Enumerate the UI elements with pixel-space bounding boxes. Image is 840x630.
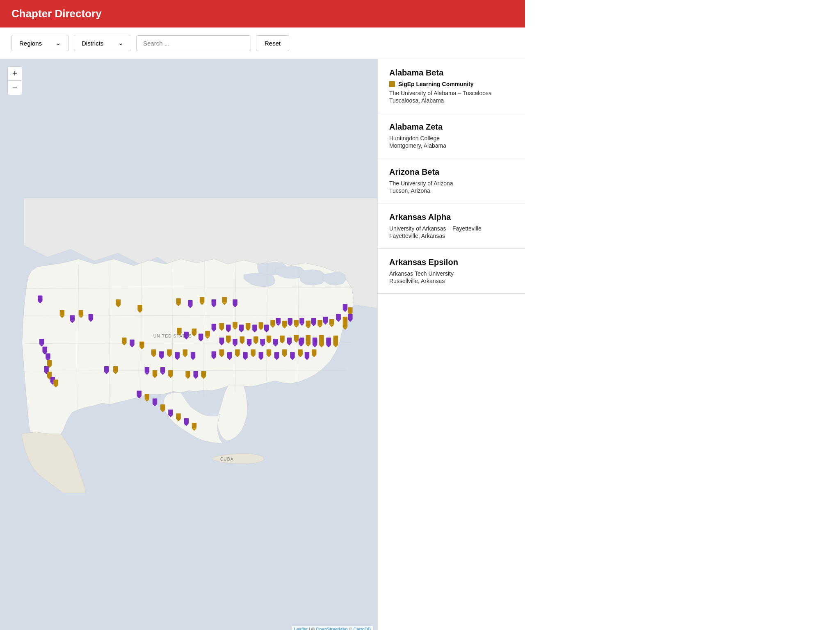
svg-rect-225 [176,298,181,304]
svg-rect-119 [273,339,278,344]
svg-rect-19 [79,310,84,315]
chapter-university: Arkansas Tech University [389,270,514,277]
svg-rect-109 [240,336,245,342]
chapter-name: Alabama Beta [389,68,514,78]
svg-rect-159 [243,352,248,358]
svg-rect-35 [44,366,49,372]
chapter-name: Alabama Zeta [389,122,514,132]
districts-dropdown[interactable]: Districts ⌄ [74,35,131,51]
svg-rect-239 [348,307,353,313]
toolbar: Regions ⌄ Districts ⌄ Reset [0,27,525,59]
svg-rect-29 [43,347,48,352]
svg-rect-21 [89,314,94,320]
regions-dropdown[interactable]: Regions ⌄ [11,35,69,51]
map-svg: UNITED STATES CUBA [0,59,377,630]
chapter-name: Arkansas Alpha [389,212,514,222]
svg-rect-111 [247,339,252,344]
svg-rect-23 [116,299,121,305]
chapter-location: Montgomery, Alabama [389,142,514,149]
svg-rect-191 [145,367,150,372]
svg-rect-211 [145,394,150,399]
svg-rect-145 [175,352,180,358]
chapter-item: Arkansas Alpha University of Arkansas – … [378,203,525,249]
svg-rect-31 [46,353,50,358]
svg-rect-163 [259,352,264,358]
svg-rect-75 [264,324,269,330]
districts-label: Districts [82,40,103,47]
svg-rect-33 [47,360,52,365]
svg-rect-133 [319,335,324,340]
svg-rect-207 [201,371,206,377]
svg-rect-101 [343,317,348,322]
svg-rect-177 [312,349,317,355]
svg-rect-67 [239,324,244,330]
svg-rect-41 [53,380,58,385]
svg-rect-199 [104,366,109,372]
search-input[interactable] [136,35,251,51]
chapter-tag-text: SigEp Learning Community [398,81,474,87]
chapter-name: Arizona Beta [389,167,514,177]
chapter-item: Arizona Beta The University of Arizona T… [378,158,525,203]
svg-rect-47 [139,342,144,347]
svg-rect-61 [219,323,224,329]
page-title: Chapter Directory [11,7,102,20]
regions-label: Regions [19,40,42,47]
svg-rect-143 [167,349,172,355]
attribution-osm[interactable]: OpenStreetMap [316,627,348,630]
svg-rect-57 [205,331,210,336]
chapter-item: Alabama Zeta Huntingdon College Montgome… [378,113,525,158]
svg-rect-89 [306,321,311,326]
svg-rect-141 [159,352,164,357]
chapter-university: The University of Arizona [389,180,514,187]
chapter-location: Fayetteville, Arkansas [389,233,514,239]
svg-rect-27 [39,339,44,344]
svg-rect-195 [160,367,165,372]
svg-rect-233 [222,297,227,302]
svg-rect-217 [168,409,173,415]
chevron-down-icon: ⌄ [56,39,61,47]
tag-icon [389,81,395,87]
svg-rect-181 [306,339,311,344]
svg-rect-243 [343,322,348,327]
svg-rect-59 [212,324,217,329]
chapter-list: Alabama Beta SigEp Learning Community Th… [377,59,525,630]
svg-rect-79 [276,318,281,323]
svg-rect-221 [184,418,189,424]
zoom-controls: + − [7,66,22,95]
attribution-leaflet[interactable]: Leaflet [294,627,308,630]
zoom-out-button[interactable]: − [8,81,22,95]
svg-rect-151 [212,352,217,357]
svg-rect-223 [192,423,197,428]
cuba-label: CUBA [220,457,234,461]
svg-rect-193 [153,370,158,376]
svg-rect-197 [168,370,173,376]
svg-rect-123 [287,338,292,343]
map[interactable]: + − [0,59,377,630]
svg-rect-99 [336,314,341,320]
app-header: Chapter Directory [0,0,525,27]
svg-rect-51 [184,332,189,337]
svg-rect-63 [226,324,231,330]
chapter-university: University of Arkansas – Fayetteville [389,225,514,232]
svg-rect-189 [333,340,338,345]
chapter-location: Tucson, Arizona [389,187,514,194]
svg-rect-77 [270,320,275,325]
reset-button[interactable]: Reset [256,35,289,51]
zoom-in-button[interactable]: + [8,67,22,81]
svg-rect-209 [137,390,142,396]
chapter-location: Russellville, Arkansas [389,278,514,284]
svg-rect-201 [113,366,118,372]
svg-rect-215 [160,404,165,410]
svg-rect-17 [70,315,75,320]
svg-rect-25 [137,305,142,310]
svg-rect-37 [47,372,52,377]
attribution-cartodb[interactable]: CartoDB [354,627,371,630]
svg-rect-93 [317,320,322,325]
chapter-item: Arkansas Epsilon Arkansas Tech Universit… [378,249,525,294]
svg-rect-97 [329,319,334,324]
svg-rect-171 [290,352,295,358]
svg-rect-85 [294,320,299,325]
chapter-item: Alabama Beta SigEp Learning Community Th… [378,59,525,113]
svg-rect-43 [122,338,127,343]
svg-rect-121 [280,336,285,341]
